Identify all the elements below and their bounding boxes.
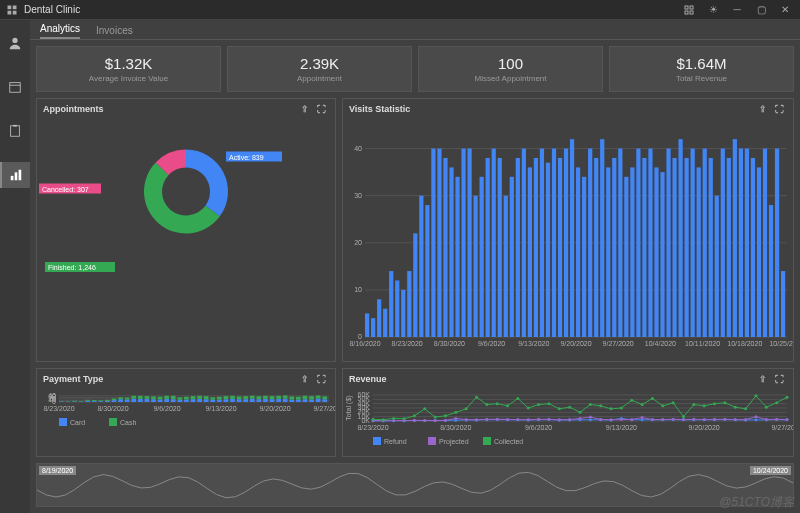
svg-rect-6 bbox=[685, 11, 688, 14]
svg-rect-206 bbox=[309, 396, 314, 399]
svg-rect-110 bbox=[769, 205, 773, 337]
svg-rect-174 bbox=[204, 396, 209, 399]
svg-point-338 bbox=[589, 403, 592, 406]
maximize-button[interactable]: ▢ bbox=[752, 1, 770, 19]
svg-rect-111 bbox=[775, 149, 779, 337]
kpi-revenue: $1.64MTotal Revenue bbox=[609, 46, 794, 92]
svg-rect-213 bbox=[109, 418, 117, 426]
svg-point-352 bbox=[734, 405, 737, 408]
expand-icon[interactable]: ⛶ bbox=[771, 102, 787, 116]
svg-rect-149 bbox=[125, 399, 130, 401]
svg-rect-153 bbox=[138, 398, 143, 401]
svg-point-318 bbox=[382, 418, 385, 421]
svg-point-284 bbox=[454, 416, 457, 419]
svg-rect-137 bbox=[85, 400, 90, 401]
tab-analytics[interactable]: Analytics bbox=[40, 23, 80, 39]
svg-point-325 bbox=[454, 410, 457, 413]
svg-point-295 bbox=[568, 418, 571, 421]
expand-icon[interactable]: ⛶ bbox=[771, 372, 787, 386]
svg-rect-9 bbox=[10, 83, 21, 93]
svg-rect-141 bbox=[99, 401, 104, 402]
minimize-button[interactable]: ─ bbox=[728, 1, 746, 19]
svg-point-315 bbox=[775, 417, 778, 420]
export-icon[interactable]: ⇪ bbox=[755, 372, 771, 386]
nav-analytics[interactable] bbox=[0, 162, 30, 188]
svg-rect-67 bbox=[510, 177, 514, 337]
svg-text:8/23/2020: 8/23/2020 bbox=[357, 424, 388, 431]
svg-point-311 bbox=[734, 418, 737, 421]
svg-text:10/4/2020: 10/4/2020 bbox=[645, 340, 676, 347]
svg-rect-182 bbox=[230, 395, 235, 398]
svg-rect-85 bbox=[618, 149, 622, 337]
svg-text:0: 0 bbox=[358, 333, 362, 340]
svg-point-298 bbox=[599, 417, 602, 420]
close-button[interactable]: ✕ bbox=[776, 1, 794, 19]
svg-rect-82 bbox=[600, 139, 604, 337]
svg-rect-7 bbox=[690, 11, 693, 14]
svg-text:9/27/2020: 9/27/2020 bbox=[603, 340, 634, 347]
svg-rect-72 bbox=[540, 149, 544, 337]
svg-point-335 bbox=[558, 407, 561, 410]
card-revenue: Revenue⇪⛶ 0K10K20K30K40K50K60K8/23/20208… bbox=[342, 368, 794, 458]
nav-calendar[interactable] bbox=[0, 74, 30, 100]
svg-point-340 bbox=[610, 407, 613, 410]
svg-text:9/27/2020: 9/27/2020 bbox=[313, 405, 335, 412]
svg-rect-76 bbox=[564, 149, 568, 337]
layout-button[interactable] bbox=[680, 1, 698, 19]
svg-rect-145 bbox=[112, 400, 117, 402]
svg-rect-4 bbox=[685, 6, 688, 9]
svg-rect-5 bbox=[690, 6, 693, 9]
svg-text:10/11/2020: 10/11/2020 bbox=[685, 340, 720, 347]
svg-rect-13 bbox=[11, 176, 14, 180]
svg-point-349 bbox=[703, 404, 706, 407]
svg-text:10/25/2020: 10/25/2020 bbox=[769, 340, 793, 347]
svg-rect-86 bbox=[624, 177, 628, 337]
svg-rect-133 bbox=[72, 401, 77, 402]
svg-rect-186 bbox=[243, 396, 248, 399]
nav-clipboard[interactable] bbox=[0, 118, 30, 144]
svg-text:8/23/2020: 8/23/2020 bbox=[392, 340, 423, 347]
svg-rect-190 bbox=[257, 396, 262, 399]
svg-rect-193 bbox=[270, 399, 275, 402]
svg-text:9/13/2020: 9/13/2020 bbox=[205, 405, 236, 412]
svg-rect-79 bbox=[582, 177, 586, 337]
svg-text:10/18/2020: 10/18/2020 bbox=[727, 340, 762, 347]
svg-point-303 bbox=[651, 418, 654, 421]
nav-profile[interactable] bbox=[0, 30, 30, 56]
export-icon[interactable]: ⇪ bbox=[297, 372, 313, 386]
svg-point-350 bbox=[713, 402, 716, 405]
svg-rect-208 bbox=[316, 395, 321, 398]
svg-text:9/20/2020: 9/20/2020 bbox=[689, 424, 720, 431]
theme-button[interactable]: ☀ bbox=[704, 1, 722, 19]
svg-rect-360 bbox=[428, 437, 436, 445]
timeline-scrubber[interactable]: 8/19/2020 10/24/2020 bbox=[36, 463, 794, 507]
svg-rect-97 bbox=[691, 149, 695, 337]
tab-invoices[interactable]: Invoices bbox=[96, 25, 133, 39]
svg-point-314 bbox=[765, 418, 768, 421]
svg-rect-196 bbox=[276, 395, 281, 398]
expand-icon[interactable]: ⛶ bbox=[313, 102, 329, 116]
svg-rect-183 bbox=[237, 399, 242, 402]
svg-rect-191 bbox=[263, 398, 268, 401]
svg-rect-362 bbox=[483, 437, 491, 445]
svg-rect-358 bbox=[373, 437, 381, 445]
svg-rect-211 bbox=[59, 418, 67, 426]
export-icon[interactable]: ⇪ bbox=[297, 102, 313, 116]
svg-text:8/30/2020: 8/30/2020 bbox=[434, 340, 465, 347]
svg-rect-144 bbox=[105, 399, 110, 400]
svg-rect-152 bbox=[131, 395, 136, 398]
svg-text:Refund: Refund bbox=[384, 438, 407, 445]
svg-rect-169 bbox=[191, 399, 196, 402]
expand-icon[interactable]: ⛶ bbox=[313, 372, 329, 386]
svg-rect-140 bbox=[92, 400, 97, 401]
svg-rect-96 bbox=[685, 158, 689, 337]
svg-rect-195 bbox=[276, 398, 281, 401]
svg-point-339 bbox=[599, 404, 602, 407]
svg-text:9/6/2020: 9/6/2020 bbox=[153, 405, 180, 412]
export-icon[interactable]: ⇪ bbox=[755, 102, 771, 116]
svg-text:Projected: Projected bbox=[439, 438, 469, 446]
svg-point-302 bbox=[641, 416, 644, 419]
svg-rect-98 bbox=[697, 167, 701, 337]
svg-point-345 bbox=[661, 404, 664, 407]
svg-rect-14 bbox=[15, 172, 18, 180]
